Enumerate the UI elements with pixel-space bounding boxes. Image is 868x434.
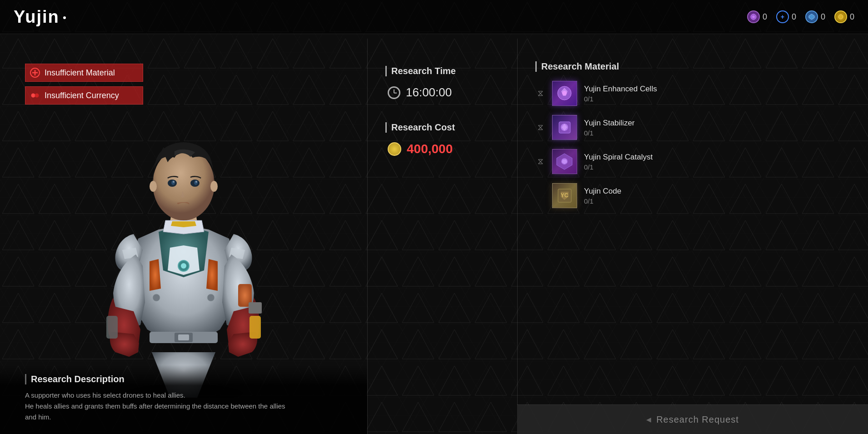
materials-list: ⧖ Yujin Enhanced Cells 0/1 ⧖ — [535, 81, 854, 208]
time-value-row: 16:00:00 — [385, 85, 504, 100]
cost-section-label: Research Cost — [385, 122, 504, 133]
currency-alert-icon — [30, 90, 40, 100]
add-currency: + 0 — [776, 10, 796, 23]
material-count-1: 0/1 — [584, 95, 854, 103]
svg-point-13 — [153, 148, 215, 220]
material-item-2: ⧖ Yujin Stabilizer 0/1 — [535, 115, 854, 140]
add-value: 0 — [792, 12, 796, 22]
add-icon: + — [776, 10, 789, 23]
material-count-3: 0/1 — [584, 163, 854, 171]
alert-currency-text: Insufficient Currency — [45, 91, 119, 100]
material-item-3: ⧖ Yujin Spiral Catalyst 0/1 — [535, 149, 854, 174]
material-info-1: Yujin Enhanced Cells 0/1 — [584, 85, 854, 103]
svg-text:YC: YC — [561, 192, 569, 199]
middle-panel: Research Time 16:00:00 Research Cost 400… — [367, 39, 517, 434]
alerts-container: Insufficient Material Insufficient Curre… — [25, 64, 143, 105]
gem-value: 0 — [821, 12, 825, 22]
svg-point-18 — [173, 181, 175, 183]
material-thumb-2 — [552, 115, 577, 140]
alert-material: Insufficient Material — [25, 64, 143, 82]
material-thumb-3 — [552, 149, 577, 174]
material-info-2: Yujin Stabilizer 0/1 — [584, 119, 854, 137]
hourglass-icon-1: ⧖ — [535, 89, 545, 99]
gem-currency: 0 — [805, 10, 825, 23]
hourglass-icon-3: ⧖ — [535, 157, 545, 167]
header: Yujin 0 + 0 0 — [0, 0, 868, 34]
description-title: Research Description — [25, 374, 354, 384]
orb-currency: 0 — [747, 10, 767, 23]
material-icon — [30, 68, 40, 78]
svg-point-26 — [207, 294, 215, 301]
material-thumb-4: YC — [552, 183, 577, 208]
alert-material-text: Insufficient Material — [45, 68, 115, 78]
gold-currency: 0 — [834, 10, 854, 23]
currency-bar: 0 + 0 0 0 — [747, 10, 854, 23]
cost-value: 400,000 — [407, 142, 453, 156]
left-panel: Insufficient Material Insufficient Curre… — [0, 39, 367, 434]
desc-line3: and him. — [25, 413, 51, 421]
material-name-1: Yujin Enhanced Cells — [584, 85, 854, 94]
material-info-4: Yujin Code 0/1 — [584, 187, 854, 205]
svg-point-1 — [752, 15, 755, 18]
alert-currency: Insufficient Currency — [25, 86, 143, 105]
clock-icon — [388, 86, 400, 99]
desc-line1: A supporter who uses his select drones t… — [25, 391, 185, 399]
svg-point-3 — [838, 15, 843, 19]
hourglass-icon-2: ⧖ — [535, 123, 545, 133]
time-value: 16:00:00 — [406, 85, 452, 100]
gem-icon — [805, 10, 818, 23]
svg-point-25 — [153, 294, 160, 301]
cost-gold-icon — [388, 142, 401, 156]
material-item-4: ⧖ YC Yujin Code 0/1 — [535, 183, 854, 208]
svg-rect-24 — [178, 334, 189, 340]
svg-marker-2 — [809, 14, 814, 20]
svg-point-20 — [150, 181, 157, 192]
svg-point-8 — [35, 94, 39, 98]
gold-icon — [834, 10, 847, 23]
material-thumb-1 — [552, 81, 577, 106]
right-panel: Research Material ⧖ Yujin Enhanced Cells… — [517, 39, 868, 434]
orb-icon — [747, 10, 760, 23]
svg-rect-28 — [249, 316, 261, 339]
material-item-1: ⧖ Yujin Enhanced Cells 0/1 — [535, 81, 854, 106]
svg-point-19 — [195, 181, 197, 183]
material-info-3: Yujin Spiral Catalyst 0/1 — [584, 153, 854, 171]
material-count-2: 0/1 — [584, 129, 854, 137]
desc-line2: He heals allies and grants them buffs af… — [25, 402, 285, 410]
cost-row: 400,000 — [385, 142, 504, 156]
material-name-3: Yujin Spiral Catalyst — [584, 153, 854, 162]
svg-point-31 — [562, 91, 567, 95]
svg-point-7 — [31, 94, 35, 98]
description-box: Research Description A supporter who use… — [0, 365, 367, 434]
orb-value: 0 — [763, 12, 767, 22]
request-button-area: Research Request — [517, 404, 868, 434]
svg-rect-27 — [106, 316, 118, 339]
material-name-4: Yujin Code — [584, 187, 854, 196]
material-name-2: Yujin Stabilizer — [584, 119, 854, 128]
svg-point-21 — [210, 181, 218, 192]
page-title: Yujin — [14, 7, 66, 27]
description-text: A supporter who uses his select drones t… — [25, 390, 354, 423]
research-request-button[interactable]: Research Request — [517, 405, 868, 434]
gold-value: 0 — [850, 12, 854, 22]
svg-point-11 — [181, 263, 186, 269]
material-count-4: 0/1 — [584, 197, 854, 205]
svg-rect-29 — [249, 302, 262, 314]
material-section-label: Research Material — [535, 61, 854, 72]
request-btn-label: Research Request — [656, 414, 739, 425]
time-section-label: Research Time — [385, 66, 504, 76]
